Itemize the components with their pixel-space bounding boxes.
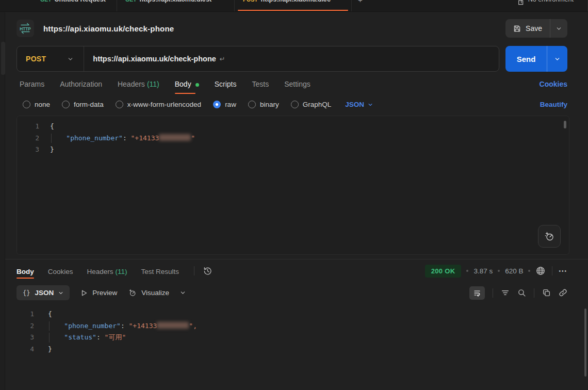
response-tab-body[interactable]: Body xyxy=(17,261,34,281)
code-line: 2 "phone_number": "+14133", xyxy=(5,320,588,332)
visualize-button[interactable]: Visualize xyxy=(128,288,169,297)
response-toolbar: {} JSON Preview xyxy=(5,282,588,305)
tab-label: https://api.xiaomu.uk/c xyxy=(261,0,331,3)
request-tabs: Params Authorization Headers(11) Body Sc… xyxy=(5,72,588,94)
request-tab-2[interactable]: GEThttps://api.xiaomu.uk/st xyxy=(117,0,235,11)
tab-scripts[interactable]: Scripts xyxy=(215,80,237,94)
body-mode-row: none form-data x-www-form-urlencoded raw… xyxy=(5,94,588,115)
tab-settings[interactable]: Settings xyxy=(284,80,311,94)
raw-language-select[interactable]: JSON xyxy=(345,101,373,108)
method-select-value[interactable]: POST xyxy=(17,55,46,63)
response-time[interactable]: 3.87 s xyxy=(473,267,493,275)
link-icon[interactable] xyxy=(559,288,567,297)
beautify-link[interactable]: Beautify xyxy=(540,101,567,108)
save-button[interactable]: Save xyxy=(505,19,550,38)
save-icon xyxy=(513,25,521,32)
radio-icon xyxy=(291,101,299,108)
redacted-phone-digits xyxy=(157,322,189,329)
request-tab-1[interactable]: GETUntitled Request xyxy=(32,0,117,11)
body-mode-urlencoded[interactable]: x-www-form-urlencoded xyxy=(116,101,201,108)
response-size[interactable]: 620 B xyxy=(505,267,523,275)
chevron-down-icon xyxy=(554,56,560,62)
code-line: 2 "phone_number": "+14133" xyxy=(17,133,569,144)
cookies-link[interactable]: Cookies xyxy=(540,80,567,94)
body-content-dot xyxy=(195,83,199,87)
response-history-icon[interactable] xyxy=(203,266,213,276)
tab-body[interactable]: Body xyxy=(175,80,199,94)
preview-button[interactable]: Preview xyxy=(80,289,117,297)
line-number: 3 xyxy=(5,332,48,344)
status-badge[interactable]: 200 OK xyxy=(425,265,462,278)
response-tab-test-results[interactable]: Test Results xyxy=(141,261,179,281)
line-number: 1 xyxy=(17,121,50,133)
collapsed-sidebar-edge[interactable] xyxy=(0,12,5,390)
body-mode-binary[interactable]: binary xyxy=(248,101,279,108)
chevron-down-icon xyxy=(58,290,63,296)
tab-headers[interactable]: Headers(11) xyxy=(118,80,159,94)
environment-selector[interactable]: No environment xyxy=(528,0,574,3)
chevron-down-icon xyxy=(368,102,373,107)
tab-params[interactable]: Params xyxy=(20,80,44,94)
tab-tests[interactable]: Tests xyxy=(252,80,269,94)
dot-separator xyxy=(528,270,530,272)
body-mode-form-data[interactable]: form-data xyxy=(62,101,104,108)
method-badge: POST xyxy=(243,0,258,3)
request-title: https://api.xiaomu.uk/check-phone xyxy=(43,24,174,33)
radio-selected-icon xyxy=(213,101,221,108)
response-panel: Body Cookies Headers(11) Test Results 20… xyxy=(5,259,588,380)
divider xyxy=(194,266,194,275)
line-number: 2 xyxy=(5,320,48,332)
request-tab-3-active[interactable]: POSThttps://api.xiaomu.uk/c xyxy=(235,0,352,11)
indent-guide xyxy=(51,134,52,143)
headers-count-badge: (11) xyxy=(147,80,159,88)
search-icon[interactable] xyxy=(517,288,526,297)
method-chevron-down-icon[interactable] xyxy=(68,56,73,62)
editor-scrollbar-thumb[interactable] xyxy=(564,121,566,128)
save-options-button[interactable] xyxy=(550,19,567,38)
code-line: 3 "status": "可用" xyxy=(5,332,588,344)
save-split-button: Save xyxy=(505,19,567,38)
filter-icon[interactable] xyxy=(501,288,510,297)
url-input[interactable]: https://api.xiaomu.uk/check-phone↵ xyxy=(84,55,225,63)
response-body-viewer[interactable]: 1{2 "phone_number": "+14133",3 "status":… xyxy=(5,305,588,380)
tab-authorization[interactable]: Authorization xyxy=(60,80,102,94)
active-tab-underline xyxy=(238,10,348,11)
dot-separator xyxy=(466,270,468,272)
chevron-down-icon xyxy=(556,26,562,31)
body-mode-raw-selected[interactable]: raw xyxy=(213,101,236,108)
indent-guide xyxy=(49,333,50,343)
globe-network-icon[interactable] xyxy=(535,266,546,276)
new-tab-button[interactable]: + xyxy=(352,0,370,11)
word-wrap-button-active[interactable] xyxy=(469,286,485,300)
visualize-chevron-down-icon[interactable] xyxy=(180,290,186,296)
postbot-button[interactable] xyxy=(538,225,561,248)
response-tab-headers[interactable]: Headers(11) xyxy=(87,261,127,281)
body-mode-none[interactable]: none xyxy=(23,101,50,108)
send-options-button[interactable] xyxy=(547,46,567,72)
code-line: 1{ xyxy=(5,308,588,320)
redacted-phone-digits xyxy=(159,134,191,141)
code-line: 3} xyxy=(17,144,569,156)
url-bar: POST https://api.xiaomu.uk/check-phone↵ xyxy=(17,46,499,72)
play-icon xyxy=(80,289,88,297)
response-scrollbar-thumb[interactable] xyxy=(584,308,586,377)
headers-count-badge: (11) xyxy=(116,268,127,275)
line-number: 3 xyxy=(17,144,50,156)
tab-label: Untitled Request xyxy=(55,0,106,3)
sidebar-scroll-thumb[interactable] xyxy=(1,42,5,75)
response-format-select[interactable]: {} JSON xyxy=(17,285,70,300)
request-body-editor[interactable]: 1{2 "phone_number": "+14133"3} xyxy=(17,116,569,255)
braces-icon: {} xyxy=(23,289,30,297)
body-mode-graphql[interactable]: GraphQL xyxy=(291,101,332,108)
workspace-tab-bar: GETUntitled Request GEThttps://api.xiaom… xyxy=(0,0,588,12)
radio-icon xyxy=(23,101,30,108)
divider xyxy=(534,288,534,298)
send-button[interactable]: Send xyxy=(505,46,547,72)
copy-icon[interactable] xyxy=(542,288,551,297)
visualize-sparkle-icon xyxy=(128,288,137,297)
line-number: 4 xyxy=(5,344,48,355)
response-tab-cookies[interactable]: Cookies xyxy=(48,261,73,281)
more-options-button[interactable]: ••• xyxy=(559,268,567,274)
dot-separator xyxy=(498,270,500,272)
tab-label: https://api.xiaomu.uk/st xyxy=(140,0,212,3)
